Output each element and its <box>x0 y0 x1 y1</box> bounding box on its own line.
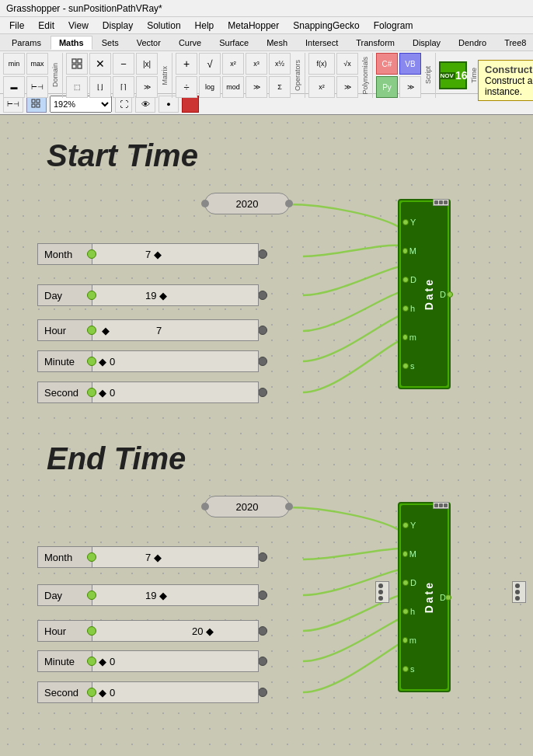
start-year-right-connector <box>285 200 293 207</box>
menu-fologram[interactable]: Fologram <box>368 19 420 33</box>
tb-op-pow3[interactable]: x³ <box>246 53 267 75</box>
tb-matrix-comp[interactable]: ⬚ <box>66 76 88 98</box>
menu-edit[interactable]: Edit <box>32 19 61 33</box>
svg-rect-6 <box>32 104 35 107</box>
start-minute-label: Minute <box>37 350 92 372</box>
tb2-domain[interactable]: ⊢⊣ <box>3 96 23 113</box>
tb-time-construct-date[interactable]: NOV 16 <box>439 61 467 89</box>
toolbar-main: min max ▬ ⊢⊣ Domain ✕ − |x| ⬚ ⌊⌋ ⌈⌉ ≫ <box>0 51 533 94</box>
tb-op-extra2[interactable]: ≫ <box>246 76 267 98</box>
start-day-slider[interactable]: 19 ◆ <box>92 284 259 306</box>
end-month-diamond: ◆ <box>154 552 162 563</box>
svg-rect-3 <box>78 64 82 68</box>
tb2-grid[interactable] <box>26 96 47 113</box>
tab-intersect[interactable]: Intersect <box>297 36 347 50</box>
start-day-value: 19 <box>145 290 156 301</box>
tab-surface[interactable]: Surface <box>211 36 257 50</box>
tb-matrix-grid[interactable] <box>66 53 88 75</box>
end-hour-row: Hour 20 ◆ <box>37 620 267 642</box>
tb2-view[interactable]: 👁 <box>135 96 155 113</box>
menu-help[interactable]: Help <box>189 19 221 33</box>
end-date-port-right: D <box>440 505 448 689</box>
end-month-slider[interactable]: 7 ◆ <box>92 546 259 568</box>
end-dots-panel <box>512 581 526 603</box>
start-hour-slider[interactable]: ◆ 7 <box>92 319 259 341</box>
tb2-color[interactable] <box>182 96 199 113</box>
end-year-node[interactable]: 2020 <box>204 496 290 517</box>
start-date-block[interactable]: Y M D h m s Date D <box>398 199 451 389</box>
start-month-label: Month <box>37 243 92 265</box>
tb-script-cs[interactable]: C# <box>376 53 398 75</box>
end-second-slider[interactable]: ◆ 0 <box>92 681 259 703</box>
tooltip-title: Construct Date <box>485 64 533 75</box>
tab-tree8[interactable]: Tree8 <box>496 36 533 50</box>
end-minute-left-conn <box>87 657 96 666</box>
end-hour-label: Hour <box>37 620 92 642</box>
tb-matrix-extra[interactable]: ≫ <box>136 76 158 98</box>
tb-domain-max[interactable]: max <box>26 53 48 75</box>
tb-matrix-cross[interactable]: ✕ <box>89 53 111 75</box>
tb-domain-slider[interactable]: ▬ <box>3 76 25 98</box>
end-day-slider[interactable]: 19 ◆ <box>92 584 259 606</box>
tb-op-plus[interactable]: + <box>176 53 197 75</box>
tab-display[interactable]: Display <box>404 36 449 50</box>
end-day-value: 19 <box>145 590 156 601</box>
end-date-title: Date <box>423 580 435 613</box>
tb-script-py[interactable]: Py <box>376 76 398 98</box>
tb-matrix-neg[interactable]: − <box>113 53 134 75</box>
tb-poly-extra[interactable]: ≫ <box>336 76 358 98</box>
tab-sets[interactable]: Sets <box>93 36 127 50</box>
start-hour-left-conn <box>87 326 96 335</box>
tb-poly-x2[interactable]: x² <box>308 76 335 98</box>
tb-poly-expr[interactable]: f(x) <box>308 53 335 75</box>
tab-vector[interactable]: Vector <box>128 36 169 50</box>
tb-script-extra[interactable]: ≫ <box>399 76 421 98</box>
start-month-diamond: ◆ <box>154 249 162 260</box>
end-minute-right-conn <box>258 657 267 666</box>
tab-params[interactable]: Params <box>3 36 50 50</box>
tb2-fit[interactable]: ⛶ <box>115 96 132 113</box>
end-second-diamond: ◆ <box>99 687 106 699</box>
end-year-value: 2020 <box>236 501 259 513</box>
tb-matrix-abs[interactable]: |x| <box>136 53 158 75</box>
start-minute-left-conn <box>87 357 96 366</box>
tb-matrix-floor[interactable]: ⌊⌋ <box>89 76 111 98</box>
start-minute-slider[interactable]: ◆ 0 <box>92 350 259 372</box>
tb-op-sqrt[interactable]: √ <box>199 53 221 75</box>
end-date-block[interactable]: Y M D h m s Date D <box>398 502 451 692</box>
menu-view[interactable]: View <box>62 19 95 33</box>
start-year-node[interactable]: 2020 <box>204 193 290 214</box>
menu-solution[interactable]: Solution <box>141 19 186 33</box>
tb-op-divide[interactable]: ÷ <box>176 76 197 98</box>
menu-snappinggecko[interactable]: SnappingGecko <box>287 19 365 33</box>
end-hour-slider[interactable]: 20 ◆ <box>92 620 259 642</box>
menu-display[interactable]: Display <box>96 19 139 33</box>
tb-domain-range[interactable]: ⊢⊣ <box>26 76 48 98</box>
tab-dendro[interactable]: Dendro <box>450 36 495 50</box>
end-minute-slider[interactable]: ◆ 0 <box>92 650 259 672</box>
tb-op-pow2[interactable]: x² <box>222 53 244 75</box>
menu-metahopper[interactable]: MetaHopper <box>221 19 285 33</box>
tab-maths[interactable]: Maths <box>51 36 92 50</box>
tb-op-extra1[interactable]: x½ <box>269 53 291 75</box>
tab-curve[interactable]: Curve <box>170 36 210 50</box>
start-second-value: 0 <box>110 387 115 399</box>
tb2-dot[interactable]: ● <box>159 96 179 113</box>
menu-file[interactable]: File <box>3 19 30 33</box>
end-hour-value: 20 <box>192 625 203 637</box>
tb-matrix-ceil[interactable]: ⌈⌉ <box>113 76 134 98</box>
zoom-select[interactable]: 192% 100% 150% 200% <box>50 96 112 113</box>
tab-transform[interactable]: Transform <box>347 36 403 50</box>
tb-op-mod[interactable]: mod <box>222 76 244 98</box>
tb-domain-min[interactable]: min <box>3 53 25 75</box>
tb-script-vb[interactable]: VB <box>399 53 421 75</box>
start-second-slider[interactable]: ◆ 0 <box>92 381 259 403</box>
tb-op-extra3[interactable]: Σ <box>269 76 291 98</box>
tb-op-log[interactable]: log <box>199 76 221 98</box>
tb-poly-sqrt[interactable]: √x <box>336 53 358 75</box>
start-second-left-conn <box>87 388 96 397</box>
tab-mesh[interactable]: Mesh <box>258 36 296 50</box>
toolbar-operators-group: + √ x² x³ x½ ÷ log mod ≫ Σ Operators <box>176 53 305 98</box>
start-month-slider[interactable]: 7 ◆ <box>92 243 259 265</box>
start-date-title: Date <box>423 277 435 310</box>
